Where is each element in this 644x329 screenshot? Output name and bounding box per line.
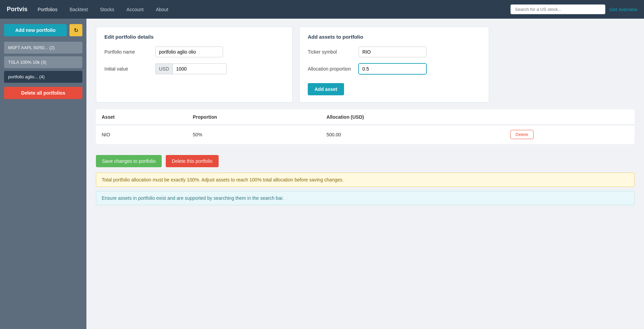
cell-delete: Delete — [505, 125, 634, 144]
delete-all-portfolios-button[interactable]: Delete all portfolios — [4, 87, 82, 99]
sidebar-top-row: Add new portfolio ↻ — [4, 24, 82, 36]
cell-proportion: 50% — [187, 125, 321, 144]
initial-value-row: Initial value USD — [104, 63, 284, 74]
add-new-portfolio-button[interactable]: Add new portfolio — [4, 24, 67, 36]
col-header-asset: Asset — [96, 110, 187, 125]
cell-allocation: 500.00 — [321, 125, 505, 144]
portfolio-item-0[interactable]: MSFT AAPL 50/50... (2) — [4, 42, 82, 54]
allocation-proportion-input[interactable] — [359, 63, 426, 74]
col-header-allocation: Allocation (USD) — [321, 110, 505, 125]
portfolio-name-label: Portfolio name — [104, 49, 155, 55]
assets-table-wrapper: Asset Proportion Allocation (USD) NIO 50… — [96, 109, 635, 150]
warning-alert: Total portfolio allocation must be exact… — [96, 173, 635, 187]
initial-value-input[interactable] — [173, 63, 227, 74]
delete-portfolio-button[interactable]: Delete this portfolio — [166, 155, 219, 167]
brand-logo: Portvis — [7, 6, 27, 13]
portfolio-item-1[interactable]: TSLA 100% 10k (3) — [4, 56, 82, 68]
navbar: Portvis Portfolios Backtest Stocks Accou… — [0, 0, 644, 19]
info-alert: Ensure assets in portfolio exist and are… — [96, 191, 635, 205]
delete-row-button[interactable]: Delete — [510, 130, 534, 139]
col-header-proportion: Proportion — [187, 110, 321, 125]
edit-panel-title: Edit portfolio details — [104, 34, 284, 40]
portfolio-name-input[interactable] — [155, 46, 223, 57]
ticker-input[interactable] — [359, 46, 426, 57]
save-portfolio-button[interactable]: Save changes to portfolio — [96, 155, 162, 167]
nav-about[interactable]: About — [154, 5, 170, 14]
allocation-proportion-row: Allocation proportion — [308, 63, 481, 74]
col-header-action — [505, 110, 634, 125]
assets-table: Asset Proportion Allocation (USD) NIO 50… — [96, 109, 635, 144]
add-assets-panel: Add assets to portfolio Ticker symbol Al… — [299, 27, 489, 102]
initial-value-label: Initial value — [104, 66, 155, 72]
add-asset-button[interactable]: Add asset — [308, 83, 344, 95]
ticker-row: Ticker symbol — [308, 46, 481, 57]
refresh-button[interactable]: ↻ — [69, 24, 82, 36]
nav-stocks[interactable]: Stocks — [98, 5, 116, 14]
nav-portfolios[interactable]: Portfolios — [36, 5, 59, 14]
portfolio-name-row: Portfolio name — [104, 46, 284, 57]
ticker-label: Ticker symbol — [308, 49, 359, 55]
get-overview-button[interactable]: Get overview — [609, 7, 637, 12]
nav-account[interactable]: Account — [124, 5, 146, 14]
app-body: Add new portfolio ↻ MSFT AAPL 50/50... (… — [0, 19, 644, 329]
table-row: NIO 50% 500.00 Delete — [96, 125, 635, 144]
cell-asset: NIO — [96, 125, 187, 144]
search-input[interactable] — [510, 4, 605, 14]
portfolio-item-2[interactable]: portfolio aglio... (4) — [4, 71, 82, 83]
allocation-proportion-label: Allocation proportion — [308, 66, 359, 72]
nav-backtest[interactable]: Backtest — [67, 5, 90, 14]
action-buttons: Save changes to portfolio Delete this po… — [96, 155, 635, 167]
currency-prefix: USD — [155, 63, 173, 74]
top-panels: Edit portfolio details Portfolio name In… — [96, 27, 635, 102]
sidebar: Add new portfolio ↻ MSFT AAPL 50/50... (… — [0, 19, 86, 329]
search-area: Get overview — [510, 4, 637, 14]
main-content: Edit portfolio details Portfolio name In… — [86, 19, 644, 329]
add-assets-title: Add assets to portfolio — [308, 34, 481, 40]
edit-portfolio-panel: Edit portfolio details Portfolio name In… — [96, 27, 293, 102]
refresh-icon: ↻ — [74, 27, 78, 34]
